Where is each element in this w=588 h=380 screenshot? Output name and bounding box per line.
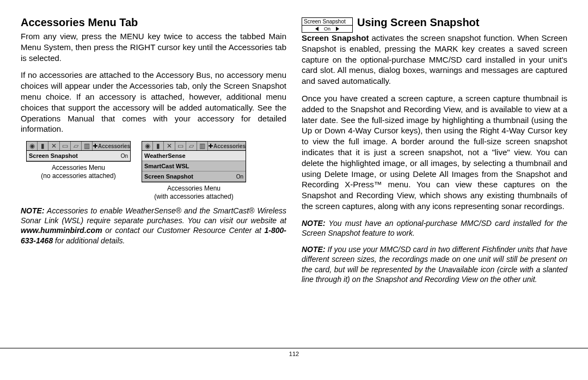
- using-screen-snapshot-heading: Using Screen Snapshot: [357, 16, 480, 29]
- menu-row-label: WeatherSense: [144, 152, 186, 159]
- note-text: or contact our Customer Resource Center …: [102, 226, 265, 235]
- tab-icon: ▥: [82, 142, 93, 150]
- accessories-tab: Accessories: [93, 142, 130, 150]
- menu-row-smartcast: SmartCast WSL: [142, 161, 246, 171]
- note-text: If you use your MMC/SD card in two diffe…: [302, 245, 567, 284]
- note-text: Accessories to enable WeatherSense® and …: [21, 206, 286, 225]
- right-note-2: NOTE: If you use your MMC/SD card in two…: [302, 244, 567, 284]
- left-para-2: If no accessories are attached to the Ac…: [21, 70, 286, 134]
- accessories-heading: Accessories Menu Tab: [21, 16, 286, 29]
- tab-label: Accessories: [98, 143, 130, 149]
- caption-line: Accessories Menu: [167, 185, 220, 192]
- menu-row-screen-snapshot: Screen Snapshot On: [142, 171, 246, 182]
- tab-label: Accessories: [213, 143, 246, 149]
- mini-title: Screen Snapshot: [302, 17, 353, 26]
- menu-box-2: ◉ ▮ ✕ ▭ ▱ ▥ Accessories WeatherSense Sma…: [142, 141, 246, 182]
- menu-row-label: SmartCast WSL: [144, 163, 189, 169]
- menu-tabbar: ◉ ▮ ✕ ▭ ▱ ▥ Accessories: [142, 142, 246, 151]
- figure-caption: Accessories Menu (no accessories attache…: [26, 164, 131, 180]
- menu-row-value: On: [121, 153, 128, 159]
- screen-snapshot-mini: Screen Snapshot On: [302, 17, 353, 33]
- tab-icon: ▭: [60, 142, 71, 150]
- note-label: NOTE:: [302, 245, 326, 254]
- note-text: for additional details.: [53, 236, 125, 245]
- tab-icon: ▥: [197, 142, 208, 150]
- tab-icon: ▮: [153, 142, 164, 150]
- tab-icon: ✕: [48, 142, 59, 150]
- page-number: 112: [0, 348, 588, 357]
- menu-row-weathersense: WeatherSense: [142, 151, 246, 161]
- tab-icon: ✕: [164, 142, 175, 150]
- tab-icon: ▮: [38, 142, 48, 150]
- tab-icon: ▱: [71, 142, 82, 150]
- caption-line: (with accessories attached): [154, 193, 233, 200]
- note-url: www.humminbird.com: [21, 226, 102, 235]
- arrow-right-icon: [336, 27, 339, 31]
- caption-line: (no accessories attached): [41, 172, 115, 180]
- right-p1-lead: Screen Snapshot: [302, 33, 369, 42]
- figures-row: ◉ ▮ ✕ ▭ ▱ ▥ Accessories Screen Snapshot …: [26, 141, 286, 200]
- right-column: Screen Snapshot On Using Screen Snapshot…: [302, 16, 567, 342]
- caption-line: Accessories Menu: [52, 164, 105, 171]
- menu-row-screen-snapshot: Screen Snapshot On: [27, 151, 130, 161]
- plus-icon: [93, 143, 98, 149]
- menu-row-label: Screen Snapshot: [29, 152, 78, 159]
- left-column: Accessories Menu Tab From any view, pres…: [21, 16, 286, 342]
- menu-row-label: Screen Snapshot: [144, 173, 193, 180]
- left-para-1: From any view, press the MENU key twice …: [21, 31, 286, 63]
- note-label: NOTE:: [21, 206, 45, 215]
- right-note-1: NOTE: You must have an optional-purchase…: [302, 218, 567, 238]
- tab-icon: ◉: [27, 142, 38, 150]
- note-label: NOTE:: [302, 219, 326, 228]
- right-para-1: Screen Snapshot activates the screen sna…: [302, 33, 567, 87]
- figure-no-accessories: ◉ ▮ ✕ ▭ ▱ ▥ Accessories Screen Snapshot …: [26, 141, 131, 180]
- tab-icon: ◉: [142, 142, 153, 150]
- menu-tabbar: ◉ ▮ ✕ ▭ ▱ ▥ Accessories: [27, 142, 130, 151]
- tab-icon: ▱: [186, 142, 197, 150]
- accessories-tab: Accessories: [208, 142, 246, 150]
- menu-row-value: On: [236, 174, 243, 180]
- tab-icon: ▭: [175, 142, 186, 150]
- right-para-2: Once you have created a screen capture, …: [302, 93, 567, 212]
- figure-caption: Accessories Menu (with accessories attac…: [142, 185, 246, 200]
- arrow-left-icon: [315, 27, 318, 31]
- menu-box-1: ◉ ▮ ✕ ▭ ▱ ▥ Accessories Screen Snapshot …: [26, 141, 131, 162]
- left-note: NOTE: Accessories to enable WeatherSense…: [21, 206, 286, 246]
- mini-value: On: [324, 26, 330, 32]
- note-text: You must have an optional-purchase MMC/S…: [302, 219, 567, 237]
- plus-icon: [208, 143, 213, 149]
- figure-with-accessories: ◉ ▮ ✕ ▭ ▱ ▥ Accessories WeatherSense Sma…: [142, 141, 246, 200]
- mini-control: On: [302, 26, 353, 33]
